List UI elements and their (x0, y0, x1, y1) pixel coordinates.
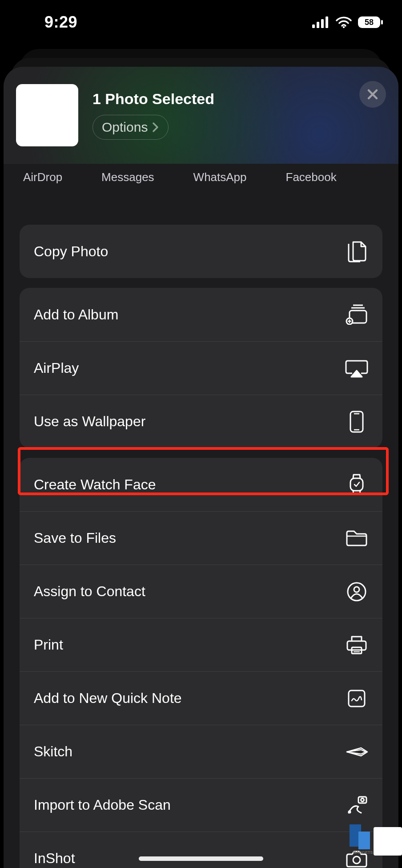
svg-text:GADGETS: GADGETS (353, 850, 373, 855)
svg-rect-2 (321, 19, 324, 28)
status-icons: 58 (312, 16, 383, 28)
options-button[interactable]: Options (92, 115, 169, 140)
svg-point-15 (354, 587, 359, 592)
phone-icon (345, 410, 368, 433)
svg-point-23 (349, 811, 350, 813)
svg-rect-12 (350, 478, 363, 491)
airplay-row[interactable]: AirPlay (20, 341, 382, 395)
row-label: Add to Album (34, 307, 118, 323)
options-label: Options (102, 120, 148, 135)
svg-rect-6 (381, 20, 383, 24)
svg-rect-16 (347, 641, 366, 650)
share-sheet-header: 1 Photo Selected Options (4, 67, 398, 164)
wifi-icon (335, 16, 352, 28)
import-adobe-scan-row[interactable]: Import to Adobe Scan (20, 778, 382, 832)
contact-icon (345, 580, 368, 603)
print-row[interactable]: Print (20, 618, 382, 671)
add-to-album-row[interactable]: Add to Album (20, 288, 382, 341)
photo-thumbnail[interactable] (16, 84, 78, 146)
row-label: Assign to Contact (34, 583, 145, 600)
row-label: Create Watch Face (34, 476, 156, 493)
assign-to-contact-row[interactable]: Assign to Contact (20, 565, 382, 618)
messages-app[interactable]: Messages (101, 170, 154, 184)
airplay-icon (345, 357, 368, 380)
status-time: 9:29 (44, 13, 77, 32)
home-indicator[interactable] (139, 856, 263, 861)
save-to-files-row[interactable]: Save to Files (20, 511, 382, 565)
svg-rect-9 (350, 412, 363, 432)
row-label: Import to Adobe Scan (34, 797, 171, 813)
skitch-icon (345, 740, 368, 763)
quick-note-icon (345, 687, 368, 710)
airdrop-app[interactable]: AirDrop (23, 170, 62, 184)
use-as-wallpaper-row[interactable]: Use as Wallpaper (20, 395, 382, 448)
svg-point-22 (361, 798, 364, 801)
svg-rect-20 (349, 690, 365, 707)
row-label: Save to Files (34, 530, 116, 546)
sheet-title: 1 Photo Selected (92, 90, 214, 108)
skitch-row[interactable]: Skitch (20, 725, 382, 778)
action-group: Copy Photo (20, 225, 382, 278)
watermark: GADGETS (345, 820, 402, 856)
close-icon (366, 88, 379, 101)
facebook-app[interactable]: Facebook (286, 170, 337, 184)
battery-text: 58 (365, 18, 374, 27)
row-label: Add to New Quick Note (34, 690, 182, 707)
row-label: InShot (34, 850, 75, 867)
adobe-scan-icon (345, 794, 368, 817)
action-group: Create Watch Face Save to Files Assign t… (20, 458, 382, 868)
svg-rect-3 (326, 16, 328, 28)
svg-rect-1 (317, 22, 319, 28)
share-app-row[interactable]: AirDrop Messages WhatsApp Facebook . (4, 164, 398, 198)
svg-point-24 (353, 856, 360, 864)
svg-point-4 (343, 26, 345, 28)
add-to-quick-note-row[interactable]: Add to New Quick Note (20, 671, 382, 725)
watch-icon (345, 473, 368, 496)
album-add-icon (345, 303, 368, 326)
print-icon (345, 634, 368, 657)
row-label: Use as Wallpaper (34, 413, 145, 430)
svg-rect-0 (312, 24, 315, 28)
share-sheet: 1 Photo Selected Options AirDrop Message… (4, 67, 398, 868)
row-label: Print (34, 637, 63, 653)
whatsapp-app[interactable]: WhatsApp (193, 170, 247, 184)
copy-icon (345, 240, 368, 263)
actions-list[interactable]: Copy Photo Add to Album AirPlay (4, 198, 398, 868)
status-bar: 9:29 58 (0, 0, 402, 40)
copy-photo-row[interactable]: Copy Photo (20, 225, 382, 278)
folder-icon (345, 527, 368, 550)
row-label: Skitch (34, 743, 72, 760)
cellular-icon (312, 16, 330, 28)
battery-icon: 58 (358, 16, 383, 28)
svg-rect-26 (358, 832, 370, 849)
close-button[interactable] (359, 81, 386, 108)
watermark-logo-icon: GADGETS (345, 820, 376, 856)
chevron-right-icon (152, 122, 159, 133)
create-watch-face-row[interactable]: Create Watch Face (20, 458, 382, 511)
inshot-row[interactable]: InShot (20, 832, 382, 868)
row-label: Copy Photo (34, 243, 108, 260)
action-group: Add to Album AirPlay Use as Wallpaper (20, 288, 382, 448)
row-label: AirPlay (34, 360, 79, 376)
